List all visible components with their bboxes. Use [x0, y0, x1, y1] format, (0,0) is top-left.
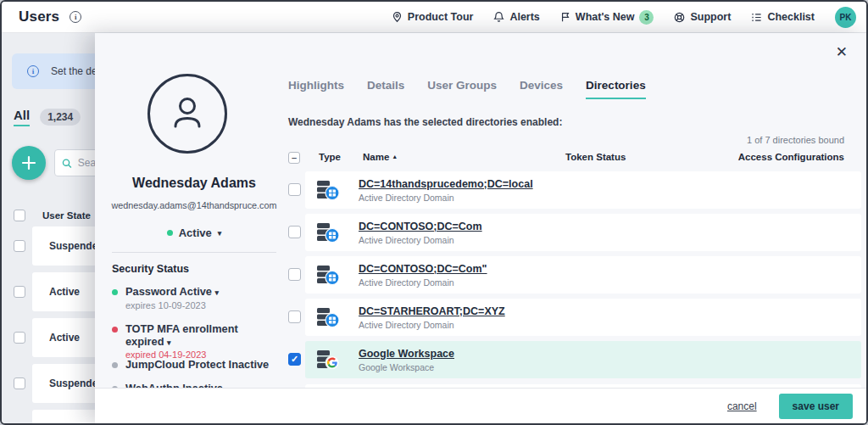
active-directory-icon [317, 307, 340, 327]
nav-support[interactable]: Support [674, 11, 731, 23]
user-state: Active [49, 286, 80, 298]
page-info-icon[interactable]: i [70, 11, 81, 23]
google-workspace-icon [317, 350, 340, 370]
directory-type: Google Workspace [359, 362, 454, 372]
nav-label: What's New [576, 11, 635, 23]
row-checkbox[interactable] [14, 240, 25, 252]
bell-icon [493, 11, 504, 23]
add-user-button[interactable] [12, 146, 46, 180]
active-directory-icon [317, 180, 340, 200]
nav-label: Product Tour [408, 11, 474, 23]
row-checkbox[interactable] [14, 332, 25, 344]
nav-alerts[interactable]: Alerts [493, 11, 539, 23]
all-count-badge: 1,234 [40, 109, 81, 126]
directory-row-selected[interactable]: Google Workspace Google Workspace [305, 341, 861, 378]
directory-row[interactable]: DC=STARHEROART;DC=XYZ Active Directory D… [305, 299, 861, 336]
list-header: User State [14, 210, 91, 221]
modal-footer: cancel save user [95, 388, 866, 423]
column-user-state: User State [42, 210, 91, 221]
nav-label: Checklist [767, 11, 815, 23]
directory-row[interactable]: DC=14thandsprucedemo;DC=local Active Dir… [305, 171, 861, 209]
directory-row[interactable]: DC=CONTOSO;DC=Com Active Directory Domai… [305, 214, 861, 251]
app-window: Users i Product Tour Alerts [0, 0, 868, 425]
active-directory-icon [317, 222, 340, 243]
directory-name-link[interactable]: DC=14thandsprucedemo;DC=local [359, 178, 533, 190]
save-user-button[interactable]: save user [779, 394, 853, 419]
directory-name-link[interactable]: DC=CONTOSO;DC=Com [359, 221, 482, 232]
tour-pin-icon [392, 11, 403, 23]
page-title: Users [19, 8, 59, 25]
checklist-icon [751, 12, 762, 23]
directory-checkbox[interactable] [288, 226, 301, 238]
directories-table-body: DC=14thandsprucedemo;DC=local Active Dir… [95, 33, 866, 388]
directory-type: Active Directory Domain [359, 320, 505, 330]
directory-name-link[interactable]: Google Workspace [359, 348, 454, 360]
lifebuoy-icon [674, 12, 685, 23]
row-checkbox[interactable] [14, 286, 25, 298]
directory-name-link[interactable]: DC=CONTOSO;DC=Com" [359, 263, 487, 275]
whats-new-count-badge: 3 [639, 10, 654, 25]
nav-whats-new[interactable]: What's New 3 [560, 10, 654, 25]
directory-name-link[interactable]: DC=STARHEROART;DC=XYZ [359, 305, 505, 317]
directory-checkbox[interactable] [288, 310, 301, 323]
directory-checkbox[interactable] [288, 183, 301, 196]
user-state: Active [49, 332, 80, 344]
nav-product-tour[interactable]: Product Tour [392, 11, 474, 23]
cancel-button[interactable]: cancel [727, 400, 757, 412]
flag-icon [560, 11, 570, 23]
user-avatar[interactable]: PK [835, 7, 856, 28]
select-all-checkbox[interactable] [14, 210, 25, 221]
top-bar: Users i Product Tour Alerts [2, 2, 866, 33]
active-directory-icon [317, 265, 340, 285]
directory-type: Active Directory Domain [359, 235, 482, 245]
banner-info-icon: i [27, 65, 39, 77]
nav-label: Alerts [509, 11, 539, 23]
directory-type: Active Directory Domain [359, 277, 487, 288]
row-checkbox[interactable] [14, 377, 25, 389]
directory-row[interactable]: DC=CONTOSO;DC=Com" Active Directory Doma… [305, 256, 861, 294]
search-icon [62, 158, 72, 169]
user-detail-modal: ✕ Wednesday Adams wednesday.adams@14than… [95, 33, 866, 423]
directory-checkbox-checked[interactable]: ✓ [288, 353, 301, 366]
nav-label: Support [690, 11, 731, 23]
directory-type: Active Directory Domain [359, 193, 533, 203]
directory-checkbox[interactable] [288, 268, 301, 281]
tab-all[interactable]: All [14, 108, 30, 126]
nav-checklist[interactable]: Checklist [751, 11, 815, 23]
top-navigation: Product Tour Alerts What's New 3 [392, 7, 856, 28]
plus-icon [20, 154, 37, 171]
